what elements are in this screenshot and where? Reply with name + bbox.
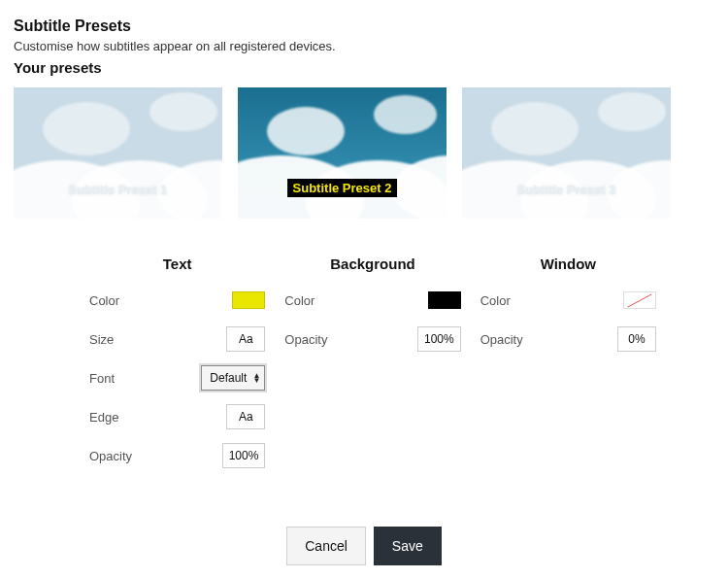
preset-label: Subtitle Preset 1 bbox=[69, 183, 168, 197]
actions-row: Cancel Save bbox=[14, 527, 714, 565]
preset-3[interactable]: Subtitle Preset 3 bbox=[462, 87, 671, 219]
background-color-swatch[interactable] bbox=[428, 291, 461, 309]
background-column: Background Color Opacity 100% bbox=[284, 255, 460, 482]
background-column-header: Background bbox=[284, 255, 460, 272]
page-subtitle: Customise how subtitles appear on all re… bbox=[14, 39, 714, 53]
preset-1[interactable]: Subtitle Preset 1 bbox=[14, 87, 222, 219]
window-color-label: Color bbox=[480, 293, 511, 308]
preset-label: Subtitle Preset 3 bbox=[517, 183, 616, 197]
text-column-header: Text bbox=[89, 255, 265, 272]
text-edge-label: Edge bbox=[89, 410, 118, 425]
text-font-value: Default bbox=[210, 371, 247, 385]
text-color-label: Color bbox=[89, 293, 119, 308]
text-opacity-picker[interactable]: 100% bbox=[222, 443, 266, 468]
text-color-swatch[interactable] bbox=[232, 291, 265, 309]
preset-label: Subtitle Preset 2 bbox=[287, 179, 398, 197]
window-opacity-label: Opacity bbox=[480, 332, 523, 347]
page-title: Subtitle Presets bbox=[14, 17, 714, 35]
settings-grid: Text Color Size Aa Font Default ▲▼ Edge … bbox=[14, 255, 714, 482]
background-opacity-picker[interactable]: 100% bbox=[417, 326, 461, 352]
text-opacity-label: Opacity bbox=[89, 449, 132, 463]
save-button[interactable]: Save bbox=[374, 527, 442, 565]
text-size-label: Size bbox=[89, 332, 114, 347]
window-column: Window Color Opacity 0% bbox=[480, 255, 656, 482]
window-column-header: Window bbox=[480, 255, 656, 272]
text-size-picker[interactable]: Aa bbox=[226, 326, 265, 352]
background-opacity-label: Opacity bbox=[284, 332, 327, 347]
preset-2[interactable]: Subtitle Preset 2 bbox=[238, 87, 447, 219]
background-color-label: Color bbox=[284, 293, 314, 308]
select-chevron-icon: ▲▼ bbox=[252, 373, 260, 383]
text-font-select[interactable]: Default ▲▼ bbox=[201, 365, 265, 391]
cancel-button[interactable]: Cancel bbox=[286, 527, 366, 565]
presets-row: Subtitle Preset 1 Subtitle Preset 2 Subt… bbox=[14, 87, 714, 219]
text-font-label: Font bbox=[89, 371, 115, 386]
presets-heading: Your presets bbox=[14, 59, 714, 76]
window-color-swatch[interactable] bbox=[623, 291, 656, 309]
text-column: Text Color Size Aa Font Default ▲▼ Edge … bbox=[89, 255, 265, 482]
window-opacity-picker[interactable]: 0% bbox=[617, 326, 656, 352]
text-edge-picker[interactable]: Aa bbox=[226, 404, 265, 429]
